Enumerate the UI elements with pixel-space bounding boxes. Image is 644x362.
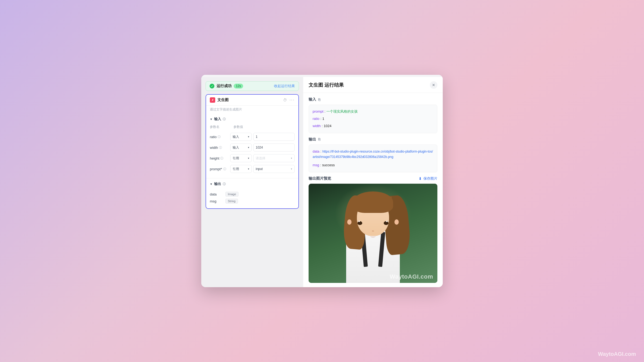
result-header: 文生图 运行结果 ✕ [303, 77, 443, 93]
height-value-select[interactable]: 请选择 ▾ [253, 154, 295, 162]
section-divider [206, 178, 298, 178]
status-text: 运行成功 [217, 84, 232, 88]
image-preview-label: 输出图片预览 [309, 176, 331, 181]
node-subtitle: 通过文字描述生成图片 [206, 106, 298, 114]
input-data-box: prompt : 一个现实风格的女孩 ratio : 1 width : 102… [309, 105, 437, 133]
param-row-width: width ⓘ 输入 ▾ 1024 [210, 142, 295, 153]
data-url-value: https://lf-bot-studio-plugin-resource.co… [313, 150, 433, 159]
width-key: width [313, 124, 321, 128]
image-container: WaytoAGI.com [309, 184, 437, 283]
node-icon: ✗ [210, 97, 215, 103]
ratio-info-icon: ⓘ [218, 135, 221, 139]
input-result-label: 输入 ⎘ [309, 97, 437, 102]
watermark: WaytoAGI.com [390, 273, 433, 280]
output-section-arrow: ▼ [210, 183, 213, 186]
node-card: ✗ 文生图 ⏱ ··· 通过文字描述生成图片 ▼ 输入 ⓘ [206, 94, 299, 209]
output-section-info-icon: ⓘ [223, 182, 226, 186]
copy-input-button[interactable]: ⎘ [318, 98, 320, 102]
ratio-result-value: 1 [322, 117, 324, 121]
left-panel: ✓ 运行成功 12s 收起运行结果 ✗ 文生图 [201, 77, 303, 287]
output-type-msg: String [225, 199, 238, 204]
params-table: 参数名 参数值 ratio ⓘ 输入 ▾ [206, 124, 298, 177]
save-label: 保存图片 [423, 176, 437, 181]
prompt-mode-select[interactable]: 引用 ▾ [230, 165, 252, 173]
prompt-info-icon: ⓘ [223, 167, 226, 171]
output-data-box: data : https://lf-bot-studio-plugin-reso… [309, 145, 437, 172]
prompt-key: prompt [313, 109, 323, 113]
height-mode-select[interactable]: 引用 ▾ [230, 154, 252, 162]
save-icon: ⬇ [419, 176, 422, 181]
params-header: 参数名 参数值 [210, 124, 295, 130]
height-info-icon: ⓘ [220, 156, 223, 160]
param-name-width: width ⓘ [210, 146, 229, 150]
input-section-label: 输入 [214, 117, 221, 121]
params-name-header: 参数名 [210, 125, 231, 129]
copy-output-button[interactable]: ⎘ [318, 137, 320, 141]
width-mode-select[interactable]: 输入 ▾ [230, 143, 252, 152]
param-name-ratio: ratio ⓘ [210, 135, 229, 139]
chevron-down-icon: ▾ [291, 157, 292, 160]
params-value-header: 参数值 [233, 125, 243, 129]
data-key: data [313, 149, 319, 153]
width-result-value: 1024 [324, 124, 331, 128]
data-url-row: data : https://lf-bot-studio-plugin-reso… [313, 148, 433, 161]
param-row-ratio: ratio ⓘ 输入 ▾ 1 [210, 131, 295, 142]
ratio-mode-select[interactable]: 输入 ▾ [230, 133, 252, 141]
result-body: 输入 ⎘ prompt : 一个现实风格的女孩 ratio : 1 [303, 93, 443, 287]
input-section-arrow: ▼ [210, 118, 213, 121]
chevron-down-icon: ▾ [248, 146, 249, 149]
output-type-data: Image [225, 192, 239, 197]
top-bar [201, 75, 443, 77]
output-section: data Image msg String [206, 189, 298, 208]
output-section-label: 输出 [214, 182, 221, 186]
anime-girl-illustration [309, 184, 437, 283]
chevron-down-icon: ▾ [248, 157, 249, 160]
output-row-data: data Image [210, 191, 295, 198]
image-preview-header: 输出图片预览 ⬇ 保存图片 [309, 176, 437, 181]
node-header: ✗ 文生图 ⏱ ··· [206, 95, 298, 106]
save-image-button[interactable]: ⬇ 保存图片 [419, 176, 437, 181]
page-watermark: WaytoAGI.com [598, 351, 636, 357]
input-section-header[interactable]: ▼ 输入 ⓘ [206, 114, 298, 124]
chevron-down-icon: ▾ [248, 135, 249, 138]
input-section-info-icon: ⓘ [223, 117, 226, 121]
param-name-prompt: prompt* ⓘ [210, 167, 229, 171]
prompt-data-row: prompt : 一个现实风格的女孩 [313, 108, 433, 115]
param-row-height: height ⓘ 引用 ▾ 请选择 ▾ [210, 153, 295, 164]
output-row-msg: msg String [210, 198, 295, 205]
content-area: ✓ 运行成功 12s 收起运行结果 ✗ 文生图 [201, 77, 443, 287]
param-name-height: height ⓘ [210, 156, 229, 160]
ratio-key: ratio [313, 117, 319, 121]
msg-value: success [322, 163, 335, 167]
image-preview-section: 输出图片预览 ⬇ 保存图片 [309, 176, 437, 283]
prompt-value-select[interactable]: input ▾ [253, 165, 295, 173]
output-section-header[interactable]: ▼ 输出 ⓘ [206, 179, 298, 189]
width-value-input[interactable]: 1024 [253, 143, 295, 152]
width-data-row: width : 1024 [313, 123, 433, 130]
collapse-results-button[interactable]: 收起运行结果 [274, 84, 295, 88]
output-name-msg: msg [210, 199, 223, 203]
ratio-data-row: ratio : 1 [313, 115, 433, 123]
status-bar: ✓ 运行成功 12s 收起运行结果 [206, 81, 299, 91]
ratio-value-input[interactable]: 1 [253, 133, 295, 141]
status-badge: 12s [234, 84, 243, 88]
main-container: ✓ 运行成功 12s 收起运行结果 ✗ 文生图 [201, 75, 443, 287]
success-icon: ✓ [210, 84, 214, 88]
chevron-down-icon: ▾ [248, 168, 249, 170]
node-title: 文生图 [217, 98, 229, 102]
width-info-icon: ⓘ [219, 146, 222, 150]
status-left: ✓ 运行成功 12s [210, 84, 243, 88]
param-row-prompt: prompt* ⓘ 引用 ▾ input ▾ [210, 164, 295, 174]
msg-key: msg [313, 163, 319, 167]
result-title: 文生图 运行结果 [309, 82, 344, 88]
output-result-label: 输出 ⎘ [309, 137, 437, 142]
output-name-data: data [210, 192, 223, 196]
more-options-icon[interactable]: ··· [290, 98, 295, 102]
right-panel: 文生图 运行结果 ✕ 输入 ⎘ prompt : 一个现实风格的女孩 [303, 77, 443, 287]
msg-data-row: msg : success [313, 162, 433, 169]
chevron-down-icon: ▾ [291, 168, 292, 170]
timer-icon[interactable]: ⏱ [283, 98, 287, 102]
node-header-actions: ⏱ ··· [283, 98, 295, 102]
close-button[interactable]: ✕ [430, 81, 437, 89]
prompt-value: 一个现实风格的女孩 [326, 109, 358, 113]
